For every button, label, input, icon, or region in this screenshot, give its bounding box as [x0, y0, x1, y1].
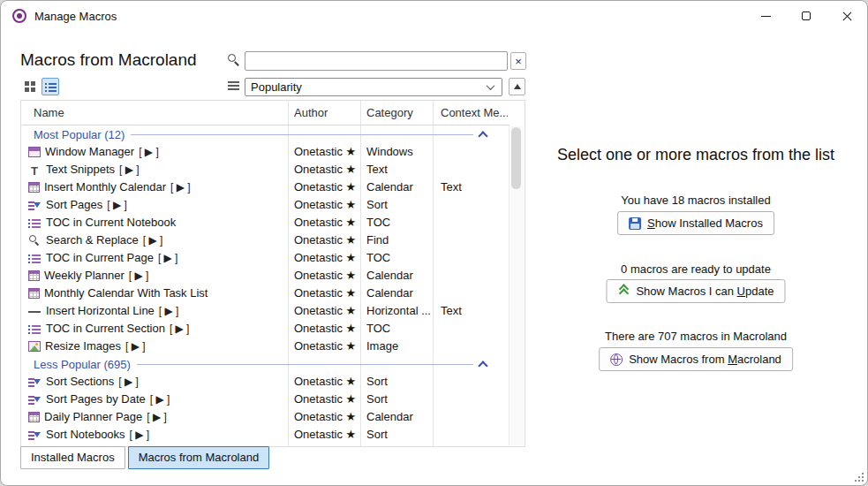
macro-row[interactable]: Search & Replace[ ▶ ]Onetastic ★Find: [22, 232, 509, 249]
group-header-row[interactable]: Less Popular (695): [22, 355, 509, 373]
scrollbar-thumb[interactable]: [511, 127, 521, 189]
minimize-button[interactable]: [745, 1, 786, 31]
macro-context: Text: [434, 302, 509, 320]
macro-author: Onetastic ★: [289, 232, 361, 249]
list-view-button[interactable]: [42, 78, 59, 95]
globe-icon: [610, 353, 623, 366]
sort-combobox[interactable]: Popularity: [245, 78, 502, 96]
macro-name-cell: TOC in Current Page[ ▶ ]: [22, 249, 289, 267]
macro-name: Sort Sections: [46, 373, 114, 391]
macro-name: Daily Planner Page: [44, 408, 142, 426]
show-installed-macros-button[interactable]: Show Installed Macros: [617, 211, 774, 235]
run-macro-button[interactable]: [ ▶ ]: [170, 178, 191, 196]
macro-author: Onetastic ★: [289, 320, 361, 338]
macro-row[interactable]: TOC in Current Section[ ▶ ]Onetastic ★TO…: [22, 320, 509, 338]
search-input[interactable]: [245, 51, 508, 71]
tab-macros-from-macroland[interactable]: Macros from Macroland: [128, 446, 270, 469]
macro-category: Calendar: [361, 285, 434, 302]
macro-context: [434, 214, 509, 232]
maximize-button[interactable]: [786, 1, 826, 31]
window-controls: [745, 1, 867, 31]
text-icon: [28, 164, 42, 176]
run-macro-button[interactable]: [ ▶ ]: [159, 302, 179, 320]
macro-context: [434, 408, 509, 426]
column-header-name[interactable]: Name: [34, 102, 64, 125]
macro-row[interactable]: Sort Sections[ ▶ ]Onetastic ★Sort: [22, 373, 509, 391]
run-macro-button[interactable]: [ ▶ ]: [125, 338, 146, 355]
tab-installed-macros[interactable]: Installed Macros: [20, 446, 125, 469]
show-macros-from-macroland-button[interactable]: Show Macros from Macroland: [599, 347, 793, 371]
macroland-count-text: There are 707 macros in Macroland: [525, 330, 866, 343]
macro-row[interactable]: Resize Images[ ▶ ]Onetastic ★Image: [22, 338, 509, 355]
macro-row[interactable]: TOC in Current NotebookOnetastic ★TOC: [22, 214, 509, 232]
vertical-scrollbar[interactable]: [509, 125, 524, 445]
calendar-icon: [28, 270, 40, 281]
update-count-text: 0 macros are ready to update: [525, 262, 866, 276]
run-macro-button[interactable]: [ ▶ ]: [119, 161, 140, 178]
run-macro-button[interactable]: [ ▶ ]: [147, 408, 167, 426]
label-accesskey: U: [737, 285, 745, 298]
grid-view-button[interactable]: [21, 78, 39, 95]
label-pre: Show Macros from: [629, 353, 728, 366]
macro-name: Window Manager: [45, 143, 134, 161]
macro-row[interactable]: Weekly Planner[ ▶ ]Onetastic ★Calendar: [22, 267, 509, 285]
macro-category: Horizontal ...: [361, 302, 434, 320]
run-macro-button[interactable]: [ ▶ ]: [107, 196, 127, 214]
macro-name-cell: TOC in Current Notebook: [22, 214, 289, 232]
macro-author: Onetastic ★: [289, 196, 361, 214]
macro-author: Onetastic ★: [289, 408, 361, 426]
macro-row[interactable]: Monthly Calendar With Task ListOnetastic…: [22, 285, 509, 302]
run-macro-button[interactable]: [ ▶ ]: [158, 249, 178, 267]
macro-author: Onetastic ★: [289, 391, 361, 408]
macro-category: Calendar: [361, 178, 434, 196]
macro-category: Windows: [361, 143, 434, 161]
macro-author: Onetastic ★: [289, 338, 361, 355]
column-header-category[interactable]: Category: [366, 102, 413, 125]
macro-row[interactable]: Text Snippets[ ▶ ]Onetastic ★Text: [22, 161, 509, 178]
column-header-context[interactable]: Context Me...: [441, 102, 508, 125]
run-macro-button[interactable]: [ ▶ ]: [118, 373, 139, 391]
close-button[interactable]: [826, 1, 867, 31]
show-macros-i-can-update-button[interactable]: Show Macros I can Update: [606, 279, 785, 303]
macro-row[interactable]: Insert Monthly Calendar[ ▶ ]Onetastic ★C…: [22, 178, 509, 196]
macro-name-cell: Monthly Calendar With Task List: [22, 285, 289, 302]
sort-icon: [28, 394, 42, 406]
macro-category: TOC: [361, 214, 434, 232]
run-macro-button[interactable]: [ ▶ ]: [150, 391, 170, 408]
macro-row[interactable]: Insert Horizontal Line[ ▶ ]Onetastic ★Ho…: [22, 302, 509, 320]
run-macro-button[interactable]: [ ▶ ]: [143, 232, 163, 249]
macro-category: TOC: [361, 320, 434, 338]
double-chevron-up-icon: [617, 285, 630, 298]
macro-context: [434, 267, 509, 285]
macro-category: Sort: [361, 391, 434, 408]
search-icon: [28, 235, 42, 247]
macro-context: [434, 196, 509, 214]
macro-row[interactable]: Sort Pages by Date[ ▶ ]Onetastic ★Sort: [22, 391, 509, 408]
macro-row[interactable]: Window Manager[ ▶ ]Onetastic ★Windows: [22, 143, 509, 161]
macro-row[interactable]: Sort Pages[ ▶ ]Onetastic ★Sort: [22, 196, 509, 214]
run-macro-button[interactable]: [ ▶ ]: [130, 426, 150, 444]
sort-ascending-button[interactable]: [509, 78, 525, 95]
macro-category: Calendar: [361, 267, 434, 285]
collapse-group-icon[interactable]: [478, 131, 487, 140]
resize-grip[interactable]: [854, 473, 864, 482]
label-accesskey: S: [647, 216, 655, 230]
sort-icon: [28, 200, 42, 211]
clear-search-button[interactable]: ×: [510, 52, 526, 70]
run-macro-button[interactable]: [ ▶ ]: [170, 320, 190, 338]
titlebar[interactable]: Manage Macros: [1, 1, 867, 31]
collapse-group-icon[interactable]: [478, 361, 487, 370]
toc-icon: [28, 253, 42, 264]
installed-count-text: You have 18 macros installed: [525, 194, 866, 207]
maximize-icon: [802, 11, 811, 20]
macro-row[interactable]: Daily Planner Page[ ▶ ]Onetastic ★Calend…: [22, 408, 509, 426]
run-macro-button[interactable]: [ ▶ ]: [139, 143, 159, 161]
group-header-row[interactable]: Most Popular (12): [22, 125, 509, 143]
run-macro-button[interactable]: [ ▶ ]: [129, 267, 149, 285]
macro-context: [434, 320, 509, 338]
column-header-author[interactable]: Author: [294, 102, 328, 125]
macro-row[interactable]: TOC in Current Page[ ▶ ]Onetastic ★TOC: [22, 249, 509, 267]
macro-author: Onetastic ★: [289, 373, 361, 391]
calendar-icon: [28, 288, 40, 299]
macro-row[interactable]: Sort Notebooks[ ▶ ]Onetastic ★Sort: [22, 426, 509, 444]
